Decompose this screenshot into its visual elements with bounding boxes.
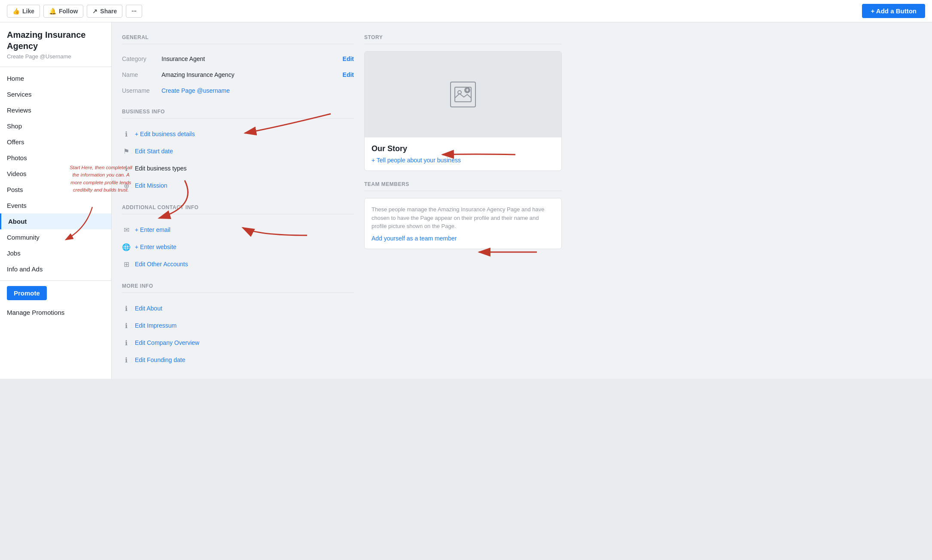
sidebar-item-about[interactable]: About [0, 213, 111, 229]
edit-other-accounts-row[interactable]: ⊞ Edit Other Accounts [122, 256, 354, 273]
story-title: Our Story [372, 144, 554, 153]
edit-business-types-row[interactable]: ℹ Edit business types [122, 160, 354, 177]
name-label: Name [122, 71, 156, 78]
content-area: GENERAL Category Insurance Agent Edit Na… [112, 22, 932, 379]
category-label: Category [122, 55, 156, 62]
top-bar-actions: 👍 Like 🔔 Follow ↗ Share ··· [7, 5, 142, 18]
business-info-section: BUSINESS INFO ℹ + Edit business details … [122, 107, 354, 194]
share-label: Share [100, 8, 117, 15]
sidebar-item-events[interactable]: Events [0, 198, 111, 213]
edit-business-details-row[interactable]: ℹ + Edit business details [122, 125, 354, 143]
edit-business-details-link: + Edit business details [135, 131, 195, 137]
story-content: Our Story + Tell people about your busin… [365, 137, 561, 170]
story-cta-link[interactable]: + Tell people about your business [372, 157, 461, 164]
edit-mission-row[interactable]: ⊕ Edit Mission [122, 177, 354, 194]
sidebar-item-shop[interactable]: Shop [0, 118, 111, 134]
accounts-icon: ⊞ [122, 260, 131, 268]
right-column: STORY + [364, 33, 562, 368]
like-button[interactable]: 👍 Like [7, 5, 40, 18]
add-a-button-button[interactable]: + Add a Button [862, 4, 925, 18]
more-label: ··· [131, 8, 137, 15]
team-header: TEAM MEMBERS [364, 180, 562, 187]
svg-text:+: + [466, 87, 469, 93]
category-row: Category Insurance Agent Edit [122, 51, 354, 67]
edit-business-types-link: Edit business types [135, 165, 187, 172]
sidebar-item-videos[interactable]: Videos [0, 166, 111, 182]
sidebar-divider [0, 280, 111, 281]
story-image-icon: + [450, 82, 476, 107]
share-button[interactable]: ↗ Share [87, 5, 122, 18]
name-value: Amazing Insurance Agency [161, 71, 338, 78]
story-box: + Our Story + Tell people about your bus… [364, 51, 562, 171]
main-layout: Amazing Insurance Agency Create Page @Us… [0, 22, 932, 379]
flag-icon: ⚑ [122, 147, 131, 155]
info-icon-6: ℹ [122, 356, 131, 364]
sidebar-item-services[interactable]: Services [0, 86, 111, 102]
sidebar-item-posts[interactable]: Posts [0, 182, 111, 198]
story-image-area[interactable]: + [365, 52, 561, 137]
more-info-divider [122, 292, 354, 293]
sidebar-nav: Home Services Reviews Shop Offers Photos… [0, 70, 111, 277]
team-box: These people manage the Amazing Insuranc… [364, 198, 562, 249]
top-action-bar: 👍 Like 🔔 Follow ↗ Share ··· + Add a Butt… [0, 0, 932, 22]
sidebar-item-home[interactable]: Home [0, 70, 111, 86]
edit-company-overview-row[interactable]: ℹ Edit Company Overview [122, 334, 354, 351]
story-section: STORY + [364, 33, 562, 171]
story-divider [364, 44, 562, 44]
edit-about-link: Edit About [135, 305, 162, 312]
sidebar-item-reviews[interactable]: Reviews [0, 102, 111, 118]
add-button-label: + Add a Button [871, 7, 917, 15]
edit-start-date-link: Edit Start date [135, 148, 173, 155]
edit-impressum-row[interactable]: ℹ Edit Impressum [122, 317, 354, 334]
email-icon: ✉ [122, 225, 131, 234]
enter-email-link: + Enter email [135, 226, 171, 233]
manage-promotions-link[interactable]: Manage Promotions [0, 305, 111, 320]
more-info-section: MORE INFO ℹ Edit About ℹ Edit Impressum … [122, 281, 354, 368]
username-create-link[interactable]: Create Page @username [161, 87, 230, 94]
edit-founding-date-link: Edit Founding date [135, 356, 186, 363]
contact-info-section: ADDITIONAL CONTACT INFO ✉ + Enter email … [122, 203, 354, 273]
edit-about-row[interactable]: ℹ Edit About [122, 300, 354, 317]
enter-website-link: + Enter website [135, 243, 177, 250]
share-icon: ↗ [92, 8, 97, 15]
category-edit-link[interactable]: Edit [343, 55, 354, 62]
info-icon-4: ℹ [122, 321, 131, 330]
edit-start-date-row[interactable]: ⚑ Edit Start date [122, 143, 354, 160]
business-info-header: BUSINESS INFO [122, 107, 354, 115]
category-value: Insurance Agent [161, 55, 338, 62]
edit-mission-link: Edit Mission [135, 182, 167, 189]
info-icon-1: ℹ [122, 130, 131, 138]
follow-icon: 🔔 [49, 8, 56, 15]
name-edit-link[interactable]: Edit [343, 71, 354, 78]
info-icon-5: ℹ [122, 338, 131, 347]
contact-info-divider [122, 214, 354, 214]
info-icon-2: ℹ [122, 164, 131, 173]
team-section: TEAM MEMBERS These people manage the Ama… [364, 180, 562, 249]
like-icon: 👍 [12, 8, 20, 15]
more-button[interactable]: ··· [126, 5, 142, 18]
promote-button[interactable]: Promote [7, 286, 47, 300]
business-info-divider [122, 118, 354, 119]
edit-other-accounts-link: Edit Other Accounts [135, 261, 188, 268]
info-icon-3: ℹ [122, 304, 131, 313]
like-label: Like [22, 8, 34, 15]
sidebar-item-community[interactable]: Community [0, 229, 111, 245]
more-info-header: MORE INFO [122, 281, 354, 289]
username-label: Username [122, 87, 156, 94]
add-team-member-link[interactable]: Add yourself as a team member [372, 235, 457, 242]
sidebar-item-info-and-ads[interactable]: Info and Ads [0, 261, 111, 277]
enter-website-row[interactable]: 🌐 + Enter website [122, 238, 354, 256]
story-header: STORY [364, 33, 562, 40]
enter-email-row[interactable]: ✉ + Enter email [122, 221, 354, 238]
sidebar-item-offers[interactable]: Offers [0, 134, 111, 150]
edit-impressum-link: Edit Impressum [135, 322, 177, 329]
sidebar: Amazing Insurance Agency Create Page @Us… [0, 22, 112, 379]
page-username: Create Page @Username [7, 53, 104, 60]
globe-icon-2: 🌐 [122, 243, 131, 251]
sidebar-item-jobs[interactable]: Jobs [0, 245, 111, 261]
follow-button[interactable]: 🔔 Follow [43, 5, 83, 18]
edit-company-overview-link: Edit Company Overview [135, 339, 199, 346]
username-row: Username Create Page @username [122, 83, 354, 98]
sidebar-item-photos[interactable]: Photos [0, 150, 111, 166]
edit-founding-date-row[interactable]: ℹ Edit Founding date [122, 351, 354, 368]
